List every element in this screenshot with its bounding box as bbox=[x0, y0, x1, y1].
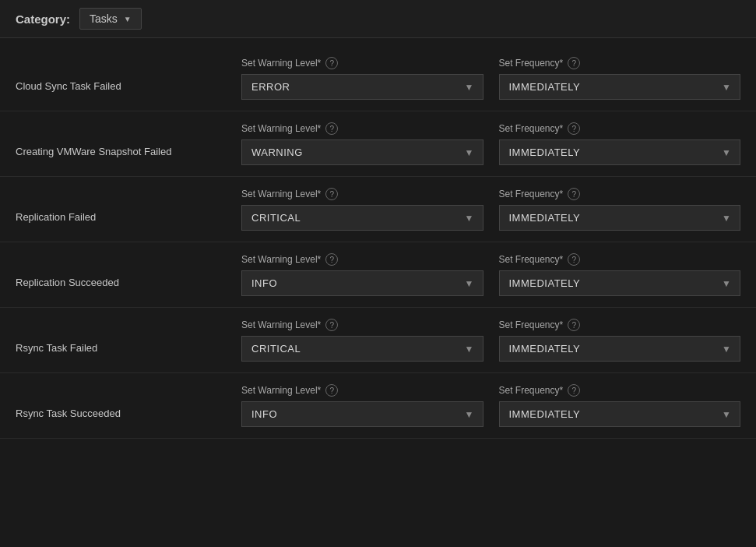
warning-select-wrapper-replication-failed: INFONOTICEWARNINGERRORCRITICALALERTEMERG… bbox=[241, 205, 483, 231]
controls-replication-failed: Set Warning Level*?INFONOTICEWARNINGERRO… bbox=[241, 188, 740, 231]
frequency-label-cloud-sync-task-failed: Set Frequency*? bbox=[499, 57, 741, 69]
content-area: Cloud Sync Task FailedSet Warning Level*… bbox=[0, 38, 756, 446]
frequency-help-icon-replication-failed[interactable]: ? bbox=[568, 188, 580, 200]
warning-group-cloud-sync-task-failed: Set Warning Level*?INFONOTICEWARNINGERRO… bbox=[241, 57, 483, 100]
frequency-select-wrapper-replication-failed: IMMEDIATELYHOURLYDAILY▼ bbox=[499, 205, 741, 231]
frequency-select-wrapper-rsync-task-failed: IMMEDIATELYHOURLYDAILY▼ bbox=[499, 336, 741, 362]
warning-group-rsync-task-failed: Set Warning Level*?INFONOTICEWARNINGERRO… bbox=[241, 319, 483, 362]
alert-name-replication-failed: Replication Failed bbox=[16, 188, 241, 223]
header-bar: Category: Tasks ▼ bbox=[0, 0, 756, 38]
controls-replication-succeeded: Set Warning Level*?INFONOTICEWARNINGERRO… bbox=[241, 253, 740, 296]
warning-label-creating-vmware-snapshot-failed: Set Warning Level*? bbox=[241, 122, 483, 135]
frequency-select-wrapper-creating-vmware-snapshot-failed: IMMEDIATELYHOURLYDAILY▼ bbox=[499, 139, 741, 165]
frequency-select-cloud-sync-task-failed[interactable]: IMMEDIATELYHOURLYDAILY bbox=[499, 74, 741, 100]
category-dropdown[interactable]: Tasks ▼ bbox=[79, 8, 142, 30]
warning-label-cloud-sync-task-failed: Set Warning Level*? bbox=[241, 57, 483, 69]
warning-group-creating-vmware-snapshot-failed: Set Warning Level*?INFONOTICEWARNINGERRO… bbox=[241, 122, 483, 165]
frequency-label-rsync-task-failed: Set Frequency*? bbox=[499, 319, 741, 331]
frequency-help-icon-rsync-task-failed[interactable]: ? bbox=[568, 319, 580, 331]
warning-select-replication-succeeded[interactable]: INFONOTICEWARNINGERRORCRITICALALERTEMERG… bbox=[241, 270, 483, 296]
controls-rsync-task-succeeded: Set Warning Level*?INFONOTICEWARNINGERRO… bbox=[241, 384, 740, 427]
frequency-select-rsync-task-failed[interactable]: IMMEDIATELYHOURLYDAILY bbox=[499, 336, 741, 362]
frequency-select-wrapper-rsync-task-succeeded: IMMEDIATELYHOURLYDAILY▼ bbox=[499, 401, 741, 427]
category-label: Category: bbox=[16, 12, 70, 26]
frequency-help-icon-rsync-task-succeeded[interactable]: ? bbox=[568, 384, 580, 397]
alert-name-rsync-task-succeeded: Rsync Task Succeeded bbox=[16, 384, 241, 419]
alert-name-cloud-sync-task-failed: Cloud Sync Task Failed bbox=[16, 57, 241, 92]
alert-row-rsync-task-succeeded: Rsync Task SucceededSet Warning Level*?I… bbox=[0, 373, 756, 439]
warning-select-wrapper-rsync-task-succeeded: INFONOTICEWARNINGERRORCRITICALALERTEMERG… bbox=[241, 401, 483, 427]
warning-help-icon-rsync-task-failed[interactable]: ? bbox=[325, 319, 338, 331]
alert-name-creating-vmware-snapshot-failed: Creating VMWare Snapshot Failed bbox=[16, 122, 241, 157]
frequency-group-rsync-task-failed: Set Frequency*?IMMEDIATELYHOURLYDAILY▼ bbox=[499, 319, 741, 362]
warning-label-rsync-task-failed: Set Warning Level*? bbox=[241, 319, 483, 331]
controls-cloud-sync-task-failed: Set Warning Level*?INFONOTICEWARNINGERRO… bbox=[241, 57, 740, 100]
category-value: Tasks bbox=[90, 12, 118, 25]
warning-select-wrapper-cloud-sync-task-failed: INFONOTICEWARNINGERRORCRITICALALERTEMERG… bbox=[241, 74, 483, 100]
alert-row-rsync-task-failed: Rsync Task FailedSet Warning Level*?INFO… bbox=[0, 308, 756, 373]
frequency-group-replication-succeeded: Set Frequency*?IMMEDIATELYHOURLYDAILY▼ bbox=[499, 253, 741, 296]
frequency-select-wrapper-replication-succeeded: IMMEDIATELYHOURLYDAILY▼ bbox=[499, 270, 741, 296]
alert-row-replication-succeeded: Replication SucceededSet Warning Level*?… bbox=[0, 242, 756, 308]
frequency-help-icon-replication-succeeded[interactable]: ? bbox=[568, 253, 580, 266]
warning-select-rsync-task-failed[interactable]: INFONOTICEWARNINGERRORCRITICALALERTEMERG… bbox=[241, 336, 483, 362]
frequency-help-icon-cloud-sync-task-failed[interactable]: ? bbox=[568, 57, 580, 69]
frequency-group-cloud-sync-task-failed: Set Frequency*?IMMEDIATELYHOURLYDAILY▼ bbox=[499, 57, 741, 100]
warning-help-icon-replication-succeeded[interactable]: ? bbox=[325, 253, 338, 266]
alert-row-cloud-sync-task-failed: Cloud Sync Task FailedSet Warning Level*… bbox=[0, 46, 756, 111]
frequency-select-replication-succeeded[interactable]: IMMEDIATELYHOURLYDAILY bbox=[499, 270, 741, 296]
warning-select-replication-failed[interactable]: INFONOTICEWARNINGERRORCRITICALALERTEMERG… bbox=[241, 205, 483, 231]
frequency-select-creating-vmware-snapshot-failed[interactable]: IMMEDIATELYHOURLYDAILY bbox=[499, 139, 741, 165]
warning-group-replication-succeeded: Set Warning Level*?INFONOTICEWARNINGERRO… bbox=[241, 253, 483, 296]
warning-select-creating-vmware-snapshot-failed[interactable]: INFONOTICEWARNINGERRORCRITICALALERTEMERG… bbox=[241, 139, 483, 165]
frequency-select-rsync-task-succeeded[interactable]: IMMEDIATELYHOURLYDAILY bbox=[499, 401, 741, 427]
warning-select-wrapper-replication-succeeded: INFONOTICEWARNINGERRORCRITICALALERTEMERG… bbox=[241, 270, 483, 296]
frequency-group-replication-failed: Set Frequency*?IMMEDIATELYHOURLYDAILY▼ bbox=[499, 188, 741, 231]
category-arrow-icon: ▼ bbox=[124, 15, 132, 23]
alert-row-creating-vmware-snapshot-failed: Creating VMWare Snapshot FailedSet Warni… bbox=[0, 111, 756, 177]
warning-help-icon-replication-failed[interactable]: ? bbox=[325, 188, 338, 200]
frequency-label-rsync-task-succeeded: Set Frequency*? bbox=[499, 384, 741, 397]
warning-label-rsync-task-succeeded: Set Warning Level*? bbox=[241, 384, 483, 397]
warning-select-rsync-task-succeeded[interactable]: INFONOTICEWARNINGERRORCRITICALALERTEMERG… bbox=[241, 401, 483, 427]
warning-label-replication-failed: Set Warning Level*? bbox=[241, 188, 483, 200]
warning-select-wrapper-rsync-task-failed: INFONOTICEWARNINGERRORCRITICALALERTEMERG… bbox=[241, 336, 483, 362]
frequency-help-icon-creating-vmware-snapshot-failed[interactable]: ? bbox=[568, 122, 580, 135]
warning-group-rsync-task-succeeded: Set Warning Level*?INFONOTICEWARNINGERRO… bbox=[241, 384, 483, 427]
controls-rsync-task-failed: Set Warning Level*?INFONOTICEWARNINGERRO… bbox=[241, 319, 740, 362]
warning-group-replication-failed: Set Warning Level*?INFONOTICEWARNINGERRO… bbox=[241, 188, 483, 231]
frequency-label-replication-succeeded: Set Frequency*? bbox=[499, 253, 741, 266]
controls-creating-vmware-snapshot-failed: Set Warning Level*?INFONOTICEWARNINGERRO… bbox=[241, 122, 740, 165]
alert-name-replication-succeeded: Replication Succeeded bbox=[16, 253, 241, 288]
frequency-label-replication-failed: Set Frequency*? bbox=[499, 188, 741, 200]
warning-select-cloud-sync-task-failed[interactable]: INFONOTICEWARNINGERRORCRITICALALERTEMERG… bbox=[241, 74, 483, 100]
warning-select-wrapper-creating-vmware-snapshot-failed: INFONOTICEWARNINGERRORCRITICALALERTEMERG… bbox=[241, 139, 483, 165]
frequency-group-creating-vmware-snapshot-failed: Set Frequency*?IMMEDIATELYHOURLYDAILY▼ bbox=[499, 122, 741, 165]
warning-help-icon-creating-vmware-snapshot-failed[interactable]: ? bbox=[325, 122, 338, 135]
frequency-group-rsync-task-succeeded: Set Frequency*?IMMEDIATELYHOURLYDAILY▼ bbox=[499, 384, 741, 427]
alert-row-replication-failed: Replication FailedSet Warning Level*?INF… bbox=[0, 177, 756, 242]
frequency-select-wrapper-cloud-sync-task-failed: IMMEDIATELYHOURLYDAILY▼ bbox=[499, 74, 741, 100]
frequency-select-replication-failed[interactable]: IMMEDIATELYHOURLYDAILY bbox=[499, 205, 741, 231]
warning-label-replication-succeeded: Set Warning Level*? bbox=[241, 253, 483, 266]
alert-name-rsync-task-failed: Rsync Task Failed bbox=[16, 319, 241, 354]
warning-help-icon-rsync-task-succeeded[interactable]: ? bbox=[325, 384, 338, 397]
frequency-label-creating-vmware-snapshot-failed: Set Frequency*? bbox=[499, 122, 741, 135]
warning-help-icon-cloud-sync-task-failed[interactable]: ? bbox=[325, 57, 338, 69]
